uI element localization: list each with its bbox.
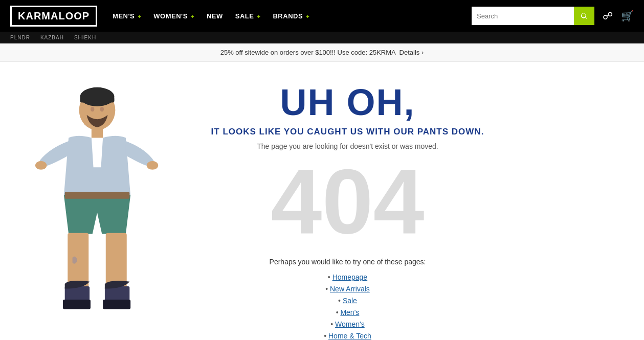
nav-new[interactable]: NEW [207, 12, 223, 20]
suggestion-text: Perhaps you would like to try one of the… [211, 258, 484, 266]
site-header: KARMALOOP MEN'S + WOMEN'S + NEW SALE + B… [0, 0, 644, 32]
error-text-content: UH OH, IT LOOKS LIKE YOU CAUGHT US WITH … [211, 77, 484, 340]
link-homepage[interactable]: Homepage [332, 273, 368, 281]
svg-rect-2 [80, 97, 114, 102]
nav-womens[interactable]: WOMEN'S + [153, 12, 194, 20]
list-item-homepage: Homepage [211, 273, 484, 281]
list-item-mens: Men's [211, 308, 484, 316]
svg-point-6 [35, 161, 47, 170]
person-illustration [26, 72, 169, 340]
nav-sale[interactable]: SALE + [235, 12, 261, 20]
account-icon[interactable]: ☍ [603, 10, 613, 22]
link-womens[interactable]: Women's [335, 320, 365, 328]
svg-point-3 [91, 107, 94, 111]
logo-container[interactable]: KARMALOOP [10, 6, 97, 27]
svg-rect-14 [65, 192, 130, 199]
error-code: 404 [211, 155, 484, 247]
logo-text: KARMALOOP [18, 10, 90, 21]
sub-nav-shiekh[interactable]: SHIEKH [74, 35, 96, 40]
sub-nav-kazbah[interactable]: KAZBAH [40, 35, 64, 40]
promo-text: 25% off sitewide on orders over $100!!! … [220, 49, 395, 56]
error-subtitle: IT LOOKS LIKE YOU CAUGHT US WITH OUR PAN… [211, 127, 484, 137]
list-item-sale: Sale [211, 297, 484, 305]
svg-point-1 [80, 87, 114, 106]
svg-rect-11 [63, 300, 91, 309]
link-home-tech[interactable]: Home & Tech [328, 332, 371, 340]
promo-bar: 25% off sitewide on orders over $100!!! … [0, 43, 644, 62]
list-item-womens: Women's [211, 320, 484, 328]
link-mens[interactable]: Men's [340, 308, 359, 316]
promo-details-link[interactable]: Details › [399, 49, 424, 56]
svg-point-4 [100, 107, 104, 111]
search-button[interactable] [574, 7, 594, 25]
svg-point-7 [147, 161, 158, 170]
list-item-new-arrivals: New Arrivals [211, 285, 484, 293]
suggestion-links: Homepage New Arrivals Sale Men's Women's… [211, 273, 484, 340]
list-item-home-tech: Home & Tech [211, 332, 484, 340]
nav-mens[interactable]: MEN'S + [113, 12, 141, 20]
svg-rect-5 [92, 128, 103, 138]
cart-icon[interactable]: 🛒 [621, 10, 634, 22]
nav-brands[interactable]: BRANDS + [273, 12, 309, 20]
link-new-arrivals[interactable]: New Arrivals [330, 285, 370, 293]
sub-nav: PLNDR KAZBAH SHIEKH [0, 32, 644, 43]
svg-rect-13 [103, 300, 130, 309]
main-nav: MEN'S + WOMEN'S + NEW SALE + BRANDS + [113, 12, 472, 20]
person-svg [26, 72, 169, 340]
main-content: UH OH, IT LOOKS LIKE YOU CAUGHT US WITH … [0, 62, 644, 340]
error-description: The page you are looking for doesn't exi… [211, 142, 484, 150]
error-title: UH OH, [211, 82, 484, 123]
search-icon [580, 12, 588, 20]
link-sale[interactable]: Sale [343, 297, 357, 305]
header-icons: ☍ 🛒 [603, 10, 634, 22]
sub-nav-plndr[interactable]: PLNDR [10, 35, 30, 40]
search-input[interactable] [472, 7, 574, 25]
search-area [472, 7, 594, 25]
